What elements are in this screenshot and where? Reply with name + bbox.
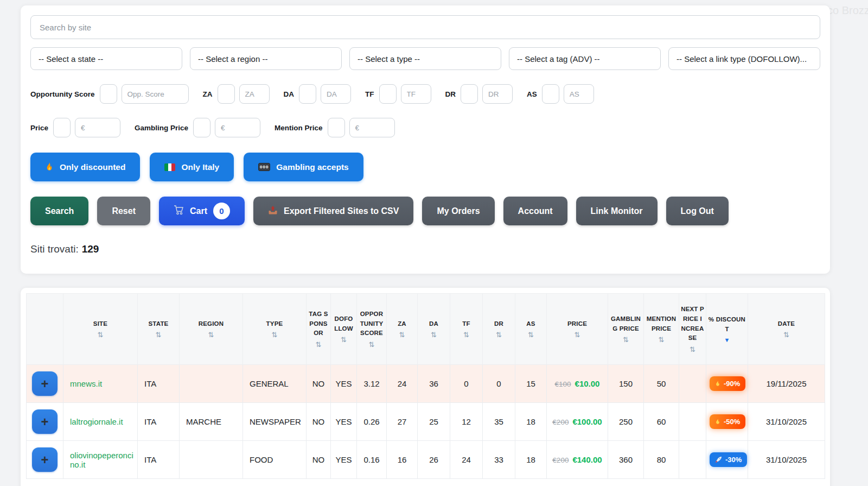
column-header-site[interactable]: SITE⇅ <box>63 294 138 365</box>
reset-button[interactable]: Reset <box>97 197 150 225</box>
type-cell: GENERAL <box>243 365 307 403</box>
add-to-cart-button[interactable]: + <box>32 409 58 434</box>
as-input[interactable] <box>564 84 594 104</box>
da-label: DA <box>284 90 295 98</box>
dofollow-cell: YES <box>331 441 357 479</box>
export-csv-button[interactable]: Export Filtered Sites to CSV <box>253 197 413 225</box>
state-cell: ITA <box>138 441 180 479</box>
add-to-cart-button[interactable]: + <box>32 371 58 396</box>
sort-icon[interactable]: ⇅ <box>681 345 704 354</box>
gambling-price-cell: 250 <box>608 403 644 441</box>
sort-icon[interactable]: ⇅ <box>333 336 355 344</box>
column-header-dofollow[interactable]: DOFOLLOW⇅ <box>331 294 357 365</box>
account-button[interactable]: Account <box>503 197 567 225</box>
site-link[interactable]: oliovinopeperoncino.it <box>70 451 133 469</box>
column-header-za[interactable]: ZA⇅ <box>387 294 418 365</box>
sort-icon[interactable]: ⇅ <box>452 331 481 339</box>
sort-desc-icon[interactable]: ▼ <box>708 337 746 343</box>
sort-icon[interactable]: ⇅ <box>139 331 177 339</box>
add-to-cart-button[interactable]: + <box>32 447 58 472</box>
opportunity-score-input[interactable] <box>122 84 189 104</box>
za-input[interactable] <box>239 84 270 104</box>
column-header-da[interactable]: DA⇅ <box>418 294 450 365</box>
column-header-tf[interactable]: TF⇅ <box>450 294 483 365</box>
price-label: Price <box>30 124 48 132</box>
sort-icon[interactable]: ⇅ <box>359 340 385 349</box>
price-operator-box[interactable] <box>53 118 71 137</box>
tag-sponsor-cell: NO <box>307 441 331 479</box>
link-monitor-label: Link Monitor <box>591 206 643 216</box>
za-operator-box[interactable] <box>218 84 235 104</box>
state-select[interactable]: -- Select a state -- <box>30 47 182 70</box>
sort-icon[interactable]: ⇅ <box>646 336 677 344</box>
column-header-next-price-increase[interactable]: NEXT PRICE INCREASE⇅ <box>679 294 706 365</box>
sort-icon[interactable]: ⇅ <box>419 331 448 339</box>
dr-operator-box[interactable] <box>461 84 478 104</box>
mention-price-cell: 80 <box>644 441 679 479</box>
price-input[interactable] <box>75 118 120 137</box>
current-price: €100.00 <box>572 417 602 426</box>
only-discounted-button[interactable]: Only discounted <box>30 153 140 181</box>
type-select[interactable]: -- Select a type -- <box>349 47 501 70</box>
site-link[interactable]: laltrogiornale.it <box>70 417 123 426</box>
discount-badge: -50% <box>710 414 745 429</box>
sort-icon[interactable]: ⇅ <box>308 340 329 349</box>
tag-select[interactable]: -- Select a tag (ADV) -- <box>509 47 661 70</box>
my-orders-button[interactable]: My Orders <box>422 197 494 225</box>
sort-icon[interactable]: ⇅ <box>388 331 416 339</box>
mention-price-input[interactable] <box>349 118 395 137</box>
column-header-tag-sponsor[interactable]: TAG SPONSOR⇅ <box>307 294 331 365</box>
next-price-increase-cell <box>679 365 706 403</box>
price-filter: Price <box>30 118 120 137</box>
column-header-state[interactable]: STATE⇅ <box>138 294 180 365</box>
sort-icon[interactable]: ⇅ <box>548 331 606 339</box>
da-operator-box[interactable] <box>299 84 316 104</box>
opportunity-score-operator-box[interactable] <box>100 84 117 104</box>
old-price: €200 <box>552 456 569 464</box>
sort-icon[interactable]: ⇅ <box>245 331 304 339</box>
type-cell: FOOD <box>243 441 307 479</box>
site-link[interactable]: mnews.it <box>70 379 102 388</box>
dr-input[interactable] <box>482 84 513 104</box>
sites-table: SITE⇅ STATE⇅ REGION⇅ TYPE⇅ TAG SPONSOR⇅ … <box>26 293 825 479</box>
column-header-as[interactable]: AS⇅ <box>515 294 547 365</box>
da-input[interactable] <box>321 84 351 104</box>
cart-button[interactable]: Cart 0 <box>159 197 245 225</box>
link-type-select[interactable]: -- Select a link type (DOFOLLOW)... <box>668 47 820 70</box>
sort-icon[interactable]: ⇅ <box>65 331 136 339</box>
column-header-type[interactable]: TYPE⇅ <box>243 294 307 365</box>
link-monitor-button[interactable]: Link Monitor <box>576 197 658 225</box>
only-italy-button[interactable]: Only Italy <box>150 153 234 181</box>
za-label: ZA <box>203 90 213 98</box>
column-header-discount[interactable]: % DISCOUNT▼ <box>706 294 748 365</box>
gambling-accepts-button[interactable]: 000 Gambling accepts <box>244 153 363 181</box>
discount-value: -90% <box>724 380 740 388</box>
column-header-mention-price[interactable]: MENTION PRICE⇅ <box>644 294 679 365</box>
search-input[interactable] <box>30 15 820 39</box>
region-select[interactable]: -- Select a region -- <box>190 47 342 70</box>
gambling-price-input[interactable] <box>215 118 260 137</box>
tf-cell: 0 <box>450 365 483 403</box>
account-label: Account <box>518 206 553 216</box>
search-button[interactable]: Search <box>30 197 88 225</box>
tf-input[interactable] <box>401 84 431 104</box>
column-header-dr[interactable]: DR⇅ <box>483 294 515 365</box>
column-header-region[interactable]: REGION⇅ <box>180 294 243 365</box>
column-header-opportunity-score[interactable]: OPPORTUNITY SCORE⇅ <box>357 294 387 365</box>
mention-price-operator-box[interactable] <box>328 118 345 137</box>
as-operator-box[interactable] <box>542 84 559 104</box>
slot-machine-icon: 000 <box>258 163 270 171</box>
tf-operator-box[interactable] <box>379 84 397 104</box>
log-out-button[interactable]: Log Out <box>666 197 729 225</box>
column-header-gambling-price[interactable]: GAMBLING PRICE⇅ <box>608 294 644 365</box>
sort-icon[interactable]: ⇅ <box>610 336 642 344</box>
sort-icon[interactable]: ⇅ <box>484 331 513 339</box>
column-header-date[interactable]: DATE⇅ <box>748 294 825 365</box>
sort-icon[interactable]: ⇅ <box>750 331 823 339</box>
gambling-price-operator-box[interactable] <box>193 118 210 137</box>
sort-icon[interactable]: ⇅ <box>517 331 545 339</box>
fire-icon <box>715 419 720 425</box>
za-cell: 16 <box>387 441 418 479</box>
sort-icon[interactable]: ⇅ <box>181 331 241 339</box>
column-header-price[interactable]: PRICE⇅ <box>547 294 608 365</box>
